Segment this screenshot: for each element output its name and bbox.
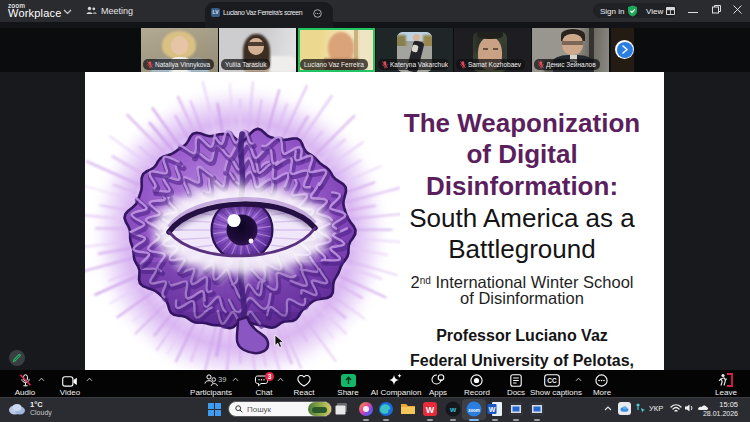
svg-text:CC: CC	[547, 377, 557, 384]
svg-text:W: W	[426, 405, 435, 415]
svg-text:w: w	[449, 405, 457, 414]
svg-text:W: W	[489, 406, 496, 413]
svg-text:zoom: zoom	[468, 408, 480, 413]
